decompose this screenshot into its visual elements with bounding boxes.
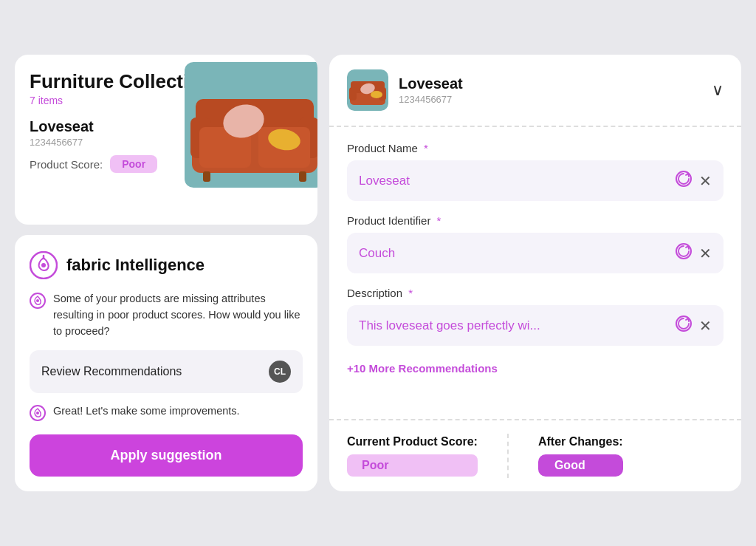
ai-improvement-row: Great! Let's make some improvements. (30, 403, 303, 421)
svg-rect-10 (299, 171, 306, 182)
ai-improvement-icon (30, 405, 46, 421)
ai-message-icon (30, 293, 46, 309)
description-value: This loveseat goes perfectly wi... (359, 318, 668, 333)
regenerate-icon-2[interactable] (676, 243, 692, 263)
ai-card: fabric Intelligence Some of your product… (15, 235, 317, 491)
ai-message-text: Some of your products are missing attrib… (53, 291, 303, 339)
after-score-badge: Good (538, 454, 623, 477)
close-icon-2[interactable]: ✕ (699, 245, 712, 262)
close-icon-3[interactable]: ✕ (699, 317, 712, 335)
svg-point-17 (36, 412, 39, 414)
panel-product-name: Loveseat (399, 75, 463, 92)
ai-title: fabric Intelligence (66, 256, 205, 275)
product-identifier-input[interactable]: Couch ✕ (347, 233, 724, 273)
product-name-input[interactable]: Loveseat ✕ (347, 160, 724, 201)
description-label: Description * (347, 287, 724, 299)
product-identifier-value: Couch (359, 246, 668, 261)
product-card: Furniture Collection 7 items Loveseat 12… (15, 55, 317, 225)
review-recommendations-button[interactable]: Review Recommendations CL (30, 350, 303, 393)
description-input[interactable]: This loveseat goes perfectly wi... ✕ (347, 305, 724, 346)
panel-body: Product Name * Loveseat ✕ (329, 127, 741, 418)
panel-product-info: Loveseat 1234456677 (399, 75, 463, 105)
required-asterisk-1: * (421, 142, 428, 154)
regenerate-icon-1[interactable] (676, 171, 692, 191)
ai-message-row: Some of your products are missing attrib… (30, 291, 303, 339)
after-score-label: After Changes: (538, 435, 623, 448)
svg-point-24 (371, 91, 382, 98)
description-field-section: Description * This loveseat goes perfect… (347, 287, 724, 346)
ai-header: fabric Intelligence (30, 251, 303, 279)
required-asterisk-3: * (405, 287, 413, 299)
left-column: Furniture Collection 7 items Loveseat 12… (15, 55, 317, 491)
right-panel: Loveseat 1234456677 ∨ Product Name * Lov… (329, 55, 741, 491)
apply-suggestion-button[interactable]: Apply suggestion (30, 434, 303, 477)
svg-rect-21 (349, 87, 357, 100)
chevron-down-icon[interactable]: ∨ (712, 81, 724, 100)
footer-divider (507, 434, 509, 478)
product-name-field-section: Product Name * Loveseat ✕ (347, 142, 724, 201)
score-label: Product Score: (30, 158, 103, 171)
product-identifier-label: Product Identifier * (347, 214, 724, 227)
product-image (185, 62, 317, 188)
panel-header: Loveseat 1234456677 ∨ (329, 55, 741, 127)
current-score-badge: Poor (347, 454, 478, 477)
ai-improvement-text: Great! Let's make some improvements. (53, 403, 240, 420)
panel-thumbnail (347, 69, 388, 111)
panel-product-id: 1234456677 (399, 94, 463, 105)
current-score-label: Current Product Score: (347, 435, 478, 448)
svg-rect-9 (203, 171, 210, 182)
recommendation-label: Review Recommendations (41, 365, 182, 378)
poor-badge-left: Poor (110, 155, 157, 173)
panel-header-left: Loveseat 1234456677 (347, 69, 463, 111)
product-name-label: Product Name * (347, 142, 724, 154)
required-asterisk-2: * (433, 214, 441, 227)
regenerate-icon-3[interactable] (676, 315, 692, 335)
panel-footer: Current Product Score: Poor After Change… (329, 419, 741, 491)
close-icon-1[interactable]: ✕ (699, 172, 712, 190)
product-name-value: Loveseat (359, 174, 668, 188)
svg-point-15 (36, 299, 39, 302)
svg-point-12 (41, 263, 46, 267)
after-score-section: After Changes: Good (538, 435, 623, 477)
fabric-intelligence-icon (30, 251, 58, 279)
current-score-section: Current Product Score: Poor (347, 435, 478, 477)
more-recommendations-link[interactable]: +10 More Recommendations (347, 359, 724, 378)
product-identifier-field-section: Product Identifier * Couch ✕ (347, 214, 724, 273)
avatar-badge: CL (269, 361, 291, 383)
